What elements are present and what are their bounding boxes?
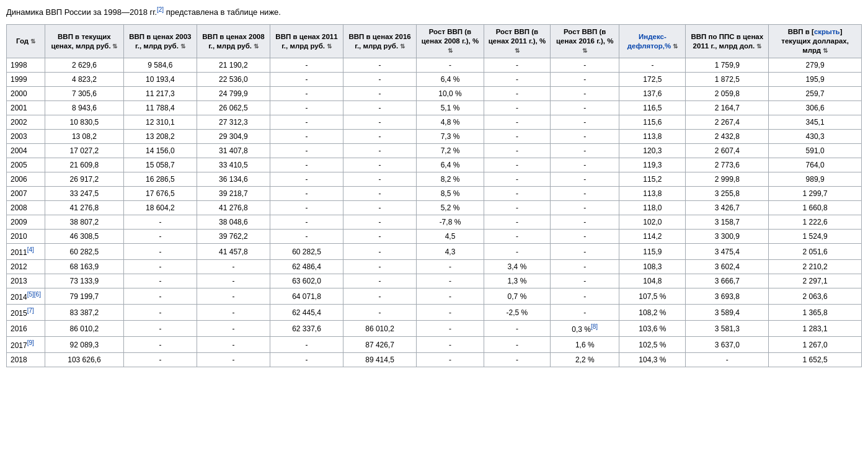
col-header-gdp_current[interactable]: ВВП в текущих ценах, млрд руб. — [45, 25, 123, 58]
cell-gdp_2016: - — [343, 201, 417, 215]
cell-gdp_2011: - — [270, 337, 343, 353]
col-header-gdp_2003[interactable]: ВВП в ценах 2003 г., млрд руб. — [123, 25, 197, 58]
cell-gdp_usd: 1 365,8 — [769, 305, 862, 321]
col-header-gdp_2011[interactable]: ВВП в ценах 2011 г., млрд руб. — [270, 25, 343, 58]
cell-gdp_2011: 62 337,6 — [270, 321, 343, 337]
cell-gdp_2016: - — [343, 288, 417, 305]
cell-growth_2016: - — [551, 244, 619, 260]
cell-gdp_2003: - — [123, 260, 197, 274]
cell-gdp_ppp: 3 300,9 — [686, 230, 769, 244]
cell-gdp_ppp: 3 589,4 — [686, 305, 769, 321]
col-header-gdp_ppp[interactable]: ВВП по ППС в ценах 2011 г., млрд дол. — [686, 25, 769, 58]
cell-gdp_ppp: 2 059,8 — [686, 87, 769, 101]
cell-growth_2008: 8,5 % — [417, 187, 484, 201]
cell-gdp_2003: 16 286,5 — [123, 172, 197, 187]
cell-gdp_2011: 64 071,8 — [270, 288, 343, 305]
cell-gdp_2011: - — [270, 201, 343, 215]
cell-gdp_2003: - — [123, 230, 197, 244]
cell-growth_2008: - — [417, 260, 484, 274]
cell-gdp_usd: 1 267,0 — [769, 337, 862, 353]
cell-gdp_2011: - — [270, 58, 343, 73]
cell-gdp_2011: - — [270, 87, 343, 101]
cell-gdp_2003: 10 193,4 — [123, 73, 197, 87]
cell-gdp_2008: 41 276,8 — [197, 201, 270, 215]
cell-growth_2008: 6,4 % — [417, 158, 484, 172]
cell-gdp_ppp: 1 759,9 — [686, 58, 769, 73]
col-header-gdp_2008[interactable]: ВВП в ценах 2008 г., млрд руб. — [197, 25, 270, 58]
cell-growth_2016: - — [551, 115, 619, 130]
col-header-deflator[interactable]: Индекс-дефлятор,% — [619, 25, 686, 58]
cell-gdp_current: 17 027,2 — [45, 144, 123, 158]
cell-gdp_2003: 11 788,4 — [123, 101, 197, 115]
cell-gdp_2008: 24 799,9 — [197, 87, 270, 101]
cell-deflator: 108,3 — [619, 260, 686, 274]
cell-growth_2008: - — [417, 305, 484, 321]
cell-gdp_2003: - — [123, 274, 197, 288]
cell-year: 2003 — [7, 130, 45, 144]
cell-gdp_current: 38 807,2 — [45, 215, 123, 230]
cell-year: 2001 — [7, 101, 45, 115]
cell-growth_2016: - — [551, 274, 619, 288]
col-header-growth_2011[interactable]: Рост ВВП (в ценах 2011 г.), % — [484, 25, 550, 58]
table-row: 2018103 626,6---89 414,5--2,2 %104,3 %-1… — [7, 353, 862, 367]
cell-growth_2011: - — [484, 73, 550, 87]
cell-gdp_current: 26 917,2 — [45, 172, 123, 187]
cell-gdp_2008: 29 304,9 — [197, 130, 270, 144]
cell-gdp_usd: 279,9 — [769, 58, 862, 73]
cell-growth_2008: 4,5 — [417, 230, 484, 244]
cell-gdp_2008: - — [197, 274, 270, 288]
cell-gdp_2011: - — [270, 158, 343, 172]
cell-deflator: 104,3 % — [619, 353, 686, 367]
col-header-gdp_usd[interactable]: ВВП в [скрыть] текущих долларах, млрд — [769, 25, 862, 58]
cell-gdp_current: 10 830,5 — [45, 115, 123, 130]
cell-gdp_2011: - — [270, 187, 343, 201]
cell-gdp_ppp: 2 164,7 — [686, 101, 769, 115]
table-row: 2017[9]92 089,3---87 426,7--1,6 %102,5 %… — [7, 337, 862, 353]
cell-gdp_ppp: 2 999,8 — [686, 172, 769, 187]
cell-gdp_usd: 1 283,1 — [769, 321, 862, 337]
cell-growth_2016: - — [551, 73, 619, 87]
cell-gdp_2016: - — [343, 58, 417, 73]
cell-gdp_usd: 2 063,6 — [769, 288, 862, 305]
cell-growth_2011: - — [484, 130, 550, 144]
cell-gdp_2008: 27 312,3 — [197, 115, 270, 130]
cell-year: 2018 — [7, 353, 45, 367]
cell-gdp_2011: 63 602,0 — [270, 274, 343, 288]
cell-gdp_2003: - — [123, 244, 197, 260]
cell-growth_2016: - — [551, 288, 619, 305]
cell-year: 2014[5][6] — [7, 288, 45, 305]
cell-gdp_ppp: 3 158,7 — [686, 215, 769, 230]
cell-growth_2011: - — [484, 87, 550, 101]
table-row: 201373 133,9--63 602,0--1,3 %-104,83 666… — [7, 274, 862, 288]
cell-gdp_usd: 1 660,8 — [769, 201, 862, 215]
cell-gdp_2008: 36 134,6 — [197, 172, 270, 187]
cell-deflator: 120,3 — [619, 144, 686, 158]
col-header-year[interactable]: Год — [7, 25, 45, 58]
cell-gdp_ppp: 3 475,4 — [686, 244, 769, 260]
cell-gdp_2016: - — [343, 215, 417, 230]
table-row: 200313 08,213 208,229 304,9--7,3 %--113,… — [7, 130, 862, 144]
col-header-gdp_2016[interactable]: ВВП в ценах 2016 г., млрд руб. — [343, 25, 417, 58]
col-header-growth_2016[interactable]: Рост ВВП (в ценах 2016 г.), % — [551, 25, 619, 58]
cell-year: 2009 — [7, 215, 45, 230]
cell-gdp_2008: 33 410,5 — [197, 158, 270, 172]
cell-gdp_current: 13 08,2 — [45, 130, 123, 144]
cell-gdp_2008: 39 218,7 — [197, 187, 270, 201]
cell-deflator: 116,5 — [619, 101, 686, 115]
col-header-growth_2008[interactable]: Рост ВВП (в ценах 2008 г.), % — [417, 25, 484, 58]
cell-gdp_2003: 9 584,6 — [123, 58, 197, 73]
cell-gdp_ppp: 3 581,3 — [686, 321, 769, 337]
cell-gdp_current: 68 163,9 — [45, 260, 123, 274]
cell-growth_2008: 7,3 % — [417, 130, 484, 144]
cell-gdp_2016: - — [343, 101, 417, 115]
cell-gdp_2016: - — [343, 87, 417, 101]
hide-column-link[interactable]: скрыть — [814, 28, 840, 35]
cell-growth_2008: 8,2 % — [417, 172, 484, 187]
cell-gdp_current: 46 308,5 — [45, 230, 123, 244]
cell-gdp_ppp: 3 255,8 — [686, 187, 769, 201]
cell-gdp_2011: - — [270, 230, 343, 244]
cell-gdp_ppp: 1 872,5 — [686, 73, 769, 87]
cell-growth_2011: - — [484, 144, 550, 158]
cell-deflator: - — [619, 58, 686, 73]
cell-growth_2011: - — [484, 230, 550, 244]
